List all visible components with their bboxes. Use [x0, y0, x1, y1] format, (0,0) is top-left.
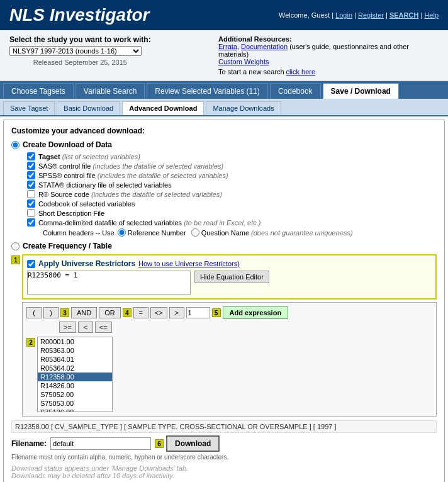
- tab-save-download[interactable]: Save / Download: [323, 83, 399, 99]
- universe-help-link[interactable]: How to use Universe Restrictors): [138, 260, 240, 267]
- or-button[interactable]: OR: [99, 307, 121, 318]
- click-here-link[interactable]: click here: [286, 68, 315, 76]
- column-headers-row: Column headers -- Use Reference Number Q…: [43, 228, 437, 237]
- open-paren-button[interactable]: (: [26, 307, 42, 318]
- download-button[interactable]: Download: [166, 435, 220, 452]
- sub-tab-manage-downloads[interactable]: Manage Downloads: [206, 101, 281, 115]
- tab-choose-tagsets[interactable]: Choose Tagsets: [3, 83, 74, 99]
- col-ref-radio[interactable]: [118, 228, 126, 237]
- section-title: Customize your advanced download:: [11, 126, 437, 135]
- short-desc-label: Short Description File: [38, 210, 104, 217]
- spss-option: SPSS® control file (includes the datafil…: [27, 171, 437, 179]
- filename-row: Filename: 6 Download: [11, 435, 437, 452]
- search-link[interactable]: SEARCH: [389, 11, 418, 19]
- codebook-checkbox[interactable]: [27, 199, 35, 208]
- csv-label: Comma-delimited datafile of selected var…: [38, 219, 182, 227]
- var-item-r12358[interactable]: R12358.00: [38, 373, 112, 381]
- short-desc-checkbox[interactable]: [27, 209, 35, 217]
- eq-button[interactable]: =: [133, 307, 148, 318]
- lt-button[interactable]: <: [78, 322, 93, 333]
- close-paren-button[interactable]: ): [43, 307, 59, 318]
- create-freq-radio[interactable]: [11, 242, 20, 250]
- codebook-option: Codebook of selected variables: [27, 199, 437, 208]
- additional-resources: Additional Resources: Errata, Documentat…: [218, 35, 439, 76]
- badge-5: 5: [212, 308, 221, 317]
- new-search-text: To start a new search: [218, 68, 286, 76]
- var-item-s75053[interactable]: S75053.00: [38, 399, 112, 408]
- sub-tab-basic-download[interactable]: Basic Download: [57, 101, 120, 115]
- login-link[interactable]: Login: [335, 11, 352, 19]
- app-title: NLS Investigator: [9, 5, 149, 25]
- lte-button[interactable]: <=: [95, 322, 112, 333]
- variable-list[interactable]: R00001.00 R05363.00 R05364.01 R05364.02 …: [37, 337, 113, 412]
- add-expression-button[interactable]: Add expression: [223, 306, 289, 319]
- header: NLS Investigator Welcome, Guest | Login …: [0, 0, 448, 30]
- tab-variable-search[interactable]: Variable Search: [76, 83, 145, 99]
- var-item-r05363[interactable]: R05363.00: [38, 346, 112, 355]
- spss-checkbox[interactable]: [27, 171, 35, 179]
- badge-4: 4: [123, 308, 132, 317]
- sas-note: (includes the datafile of selected varia…: [92, 162, 223, 170]
- sub-tab-save-tagset[interactable]: Save Tagset: [3, 101, 55, 115]
- and-button[interactable]: AND: [71, 307, 97, 318]
- hide-eq-button[interactable]: Hide Equation Editor: [194, 271, 269, 283]
- tagset-note: (list of selected variables): [62, 153, 140, 160]
- welcome-text: Welcome, Guest |: [279, 11, 333, 19]
- eq-editor: ( ) 3 AND OR 4 = <> > 5 Add expression >…: [22, 302, 437, 417]
- create-data-row: Create Download of Data: [11, 140, 437, 149]
- eq-value-input[interactable]: [186, 307, 210, 318]
- stata-option: STATA® dictionary file of selected varia…: [27, 181, 437, 189]
- spss-label: SPSS® control file: [38, 172, 96, 179]
- sas-label: SAS® control file: [38, 162, 91, 170]
- col-ref-label: Reference Number: [128, 229, 186, 237]
- create-data-radio[interactable]: [11, 141, 20, 149]
- var-item-s75052[interactable]: S75052.00: [38, 390, 112, 399]
- errata-link[interactable]: Errata: [218, 43, 237, 50]
- stata-label: STATA® dictionary file of selected varia…: [38, 181, 172, 189]
- tab-review-selected[interactable]: Review Selected Variables (11): [147, 83, 268, 99]
- tagset-label: Tagset: [38, 153, 60, 160]
- study-left: Select the study you want to work with: …: [9, 35, 151, 76]
- var-item-r05364-01[interactable]: R05364.01: [38, 355, 112, 364]
- custom-weights-link[interactable]: Custom Weights: [218, 58, 269, 65]
- documentation-link[interactable]: Documentation: [241, 43, 288, 50]
- filename-label: Filename:: [11, 439, 47, 448]
- badge-6: 6: [155, 439, 164, 448]
- var-description: R12358.00 [ CV_SAMPLE_TYPE ] [ SAMPLE TY…: [11, 420, 437, 433]
- var-item-r05364-02[interactable]: R05364.02: [38, 364, 112, 373]
- sas-checkbox[interactable]: [27, 162, 35, 170]
- nav-tabs: Choose Tagsets Variable Search Review Se…: [0, 81, 448, 99]
- r-checkbox[interactable]: [27, 190, 35, 198]
- short-desc-option: Short Description File: [27, 209, 437, 217]
- study-select[interactable]: NLSY97 1997-2013 (rounds 1-16): [9, 46, 142, 56]
- status-notes: Download status appears under 'Manage Do…: [11, 464, 437, 479]
- spss-note: (includes the datafile of selected varia…: [98, 172, 228, 179]
- r-note: (includes the datafile of selected varia…: [91, 191, 222, 198]
- filename-note: Filename must only contain alpha, numeri…: [11, 454, 437, 461]
- filename-input[interactable]: [50, 437, 151, 450]
- neq-button[interactable]: <>: [150, 307, 167, 318]
- tagset-checkbox[interactable]: [27, 152, 35, 160]
- main-content: Customize your advanced download: Create…: [3, 120, 445, 482]
- var-item-r00001[interactable]: R00001.00: [38, 337, 112, 346]
- study-area: Select the study you want to work with: …: [0, 30, 448, 81]
- codebook-label: Codebook of selected variables: [38, 200, 135, 208]
- tab-codebook[interactable]: Codebook: [270, 83, 321, 99]
- sub-tabs: Save Tagset Basic Download Advanced Down…: [0, 99, 448, 116]
- additional-title: Additional Resources:: [218, 35, 439, 43]
- csv-checkbox[interactable]: [27, 218, 35, 227]
- eq-row-2: >= < <=: [59, 322, 432, 333]
- universe-checkbox[interactable]: [27, 260, 35, 268]
- gte-button[interactable]: >=: [59, 322, 76, 333]
- gt-button[interactable]: >: [169, 307, 184, 318]
- sub-tab-advanced-download[interactable]: Advanced Download: [122, 101, 204, 115]
- col-question-radio[interactable]: [191, 228, 199, 237]
- help-link[interactable]: Help: [424, 11, 439, 19]
- var-item-r14826[interactable]: R14826.00: [38, 381, 112, 390]
- stata-checkbox[interactable]: [27, 181, 35, 189]
- register-link[interactable]: Register: [358, 11, 384, 19]
- var-item-s75136[interactable]: S75136.00: [38, 408, 112, 412]
- status-note-2: Downloads may be deleted after 10 days o…: [11, 472, 437, 479]
- universe-textarea-row: R1235800 = 1 Hide Equation Editor: [27, 271, 432, 294]
- universe-textarea[interactable]: R1235800 = 1: [27, 271, 191, 294]
